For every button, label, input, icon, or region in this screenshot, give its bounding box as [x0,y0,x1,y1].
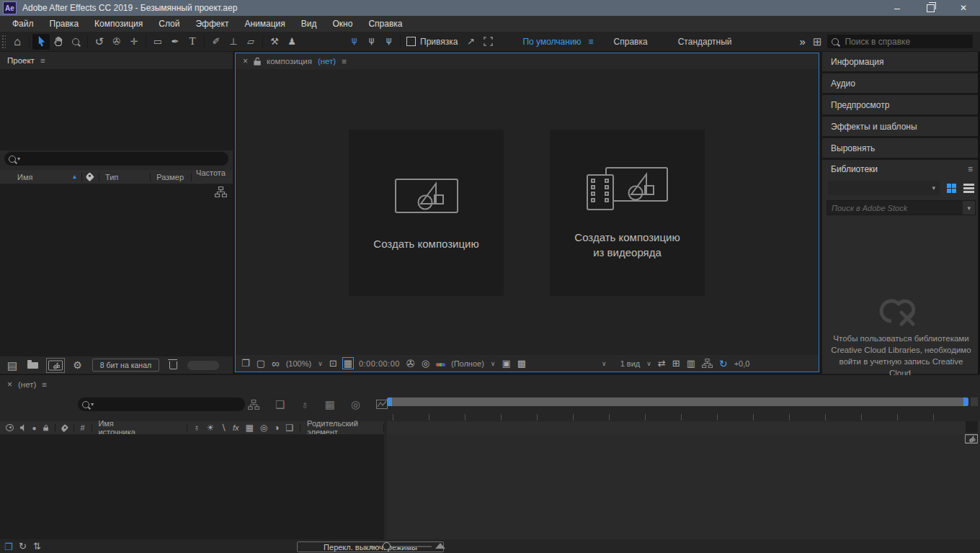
restore-button[interactable] [914,0,947,16]
render-time-icon[interactable]: ↻ [19,541,27,551]
toolbar-grip[interactable] [1,35,6,49]
project-flowchart-icon[interactable] [215,186,227,197]
menu-layer[interactable]: Слой [151,19,187,29]
track-area[interactable] [387,434,980,539]
camera-tool[interactable]: ✇ [108,34,125,50]
expand-layer-switches-icon[interactable]: ❐ [4,541,13,552]
help-search-input[interactable] [843,36,954,48]
project-items-area[interactable] [0,184,233,356]
workspace-standard-tab[interactable]: Стандартный [678,37,732,47]
menu-effect[interactable]: Эффект [187,19,236,29]
magnification-value[interactable]: (100%) [286,359,311,368]
track-scroll-thumb[interactable] [966,421,978,433]
hide-shy-layers-icon[interactable]: ♁ [300,399,308,410]
libraries-panel-menu-icon[interactable]: ≡ [968,164,973,174]
roto-brush-tool[interactable]: ⚒ [266,34,283,50]
project-settings-icon[interactable]: ⚙ [73,360,82,370]
composition-tab-close-icon[interactable]: × [243,56,248,66]
grid-options-icon[interactable]: ▦ [344,359,352,368]
home-tool[interactable]: ⌂ [9,34,26,50]
solo-icon[interactable]: ● [32,424,37,432]
workspace-default-tab[interactable]: По умолчанию [522,37,581,47]
zoom-handle-right[interactable] [963,397,968,406]
bit-depth-button[interactable]: 8 бит на канал [92,359,159,372]
new-composition-icon[interactable] [48,360,63,371]
pen-tool[interactable]: ✒ [166,34,184,50]
timeline-zoom-scrollbar[interactable] [387,397,968,406]
eraser-tool[interactable]: ▱ [242,34,259,50]
resolution-value[interactable]: (Полное) [451,359,484,368]
unlock-icon[interactable] [254,57,261,66]
layer-number-column[interactable]: # [81,423,85,432]
exposure-histogram-icon[interactable]: ▥ [687,359,695,368]
snapshot-camera-icon[interactable]: ✇ [406,359,415,369]
resolution-caret[interactable]: ∨ [491,360,496,367]
menu-help[interactable]: Справка [360,19,410,29]
stock-search-caret[interactable]: ▾ [963,201,975,215]
workspace-settings-icon[interactable]: ⊞ [813,36,822,47]
menu-view[interactable]: Вид [293,19,325,29]
primary-monitor-icon[interactable]: ▢ [257,359,265,368]
audio-panel-header[interactable]: Аудио [822,73,980,93]
show-channels-icon[interactable] [436,359,445,368]
list-view-icon[interactable] [963,184,974,193]
align-panel-header[interactable]: Выровнять [822,138,980,158]
shared-view-icon[interactable]: ⇄ [658,359,666,368]
workspace-menu-icon[interactable]: ≡ [589,37,594,47]
workspace-help-tab[interactable]: Справка [614,37,648,47]
magnification-caret[interactable]: ∨ [318,360,323,367]
snap-checkbox[interactable] [406,37,416,46]
hand-tool[interactable] [50,34,67,50]
world-axis-mode[interactable]: ⋔ [362,34,380,50]
comp-mini-flowchart-icon[interactable] [248,400,259,410]
quality-switch-icon[interactable]: ∖ [220,423,226,432]
interpret-footage-icon[interactable]: ▤ [7,360,17,371]
lock-icon[interactable] [43,423,49,432]
transparency-grid-icon[interactable]: ▩ [517,359,526,368]
puppet-pin-tool[interactable]: ♟ [283,34,300,50]
roi-icon[interactable]: ⊡ [329,359,337,368]
collapse-switch-icon[interactable]: ☀ [207,423,215,432]
comp-button-icon[interactable] [965,434,978,444]
zoom-handle-left[interactable] [387,397,392,406]
clone-stamp-tool[interactable]: ⊥ [225,34,242,50]
minimize-button[interactable]: – [881,0,914,16]
audio-icon[interactable] [20,424,26,431]
timeline-zoom-knob[interactable] [383,542,391,550]
comp-timecode[interactable]: 0:00:00:00 [359,359,400,368]
view-count-value[interactable]: 1 вид [620,359,641,368]
text-tool[interactable]: T [184,34,201,50]
label-column-icon[interactable] [85,172,94,181]
inout-columns-icon[interactable]: ⇅ [33,541,41,551]
local-axis-mode[interactable]: ⋔ [345,34,362,50]
zoom-out-mountain-icon[interactable] [369,546,376,549]
composition-panel-menu-icon[interactable]: ≡ [342,57,347,66]
reset-exposure-icon[interactable]: ↻ [719,359,728,369]
motion-blur-icon[interactable]: ◎ [351,399,360,410]
frame-blending-icon[interactable]: ▦ [325,399,335,410]
timeline-scroll-corner[interactable] [971,397,978,406]
brush-tool[interactable]: ✐ [208,34,225,50]
project-search[interactable]: ▾ [4,152,228,166]
menu-window[interactable]: Окно [324,19,360,29]
zoom-tool[interactable] [67,34,84,50]
column-rate[interactable]: Частота ... [196,168,233,186]
menu-edit[interactable]: Правка [42,19,87,29]
column-type[interactable]: Тип [105,173,118,181]
project-search-caret[interactable]: ▾ [17,156,20,162]
snap-options[interactable]: ↗ [462,34,479,50]
shy-switch-icon[interactable]: ♁ [194,423,200,432]
graph-editor-icon[interactable] [376,400,388,409]
rotate-tool[interactable]: ↺ [91,34,108,50]
view-layout-caret[interactable]: ∨ [602,360,607,367]
layer-list-area[interactable] [0,434,384,539]
timeline-panel-menu-icon[interactable]: ≡ [42,380,47,389]
stereo-3d-glasses-icon[interactable]: ∞ [272,358,280,369]
menu-composition[interactable]: Композиция [86,19,151,29]
exposure-value[interactable]: +0,0 [734,359,750,368]
timeline-tab-close-icon[interactable]: × [7,379,12,390]
pixel-aspect-icon[interactable]: ⊞ [672,359,680,368]
menu-file[interactable]: Файл [4,19,42,29]
label-column-icon[interactable] [61,423,68,431]
view-axis-mode[interactable]: ⋔ [380,34,397,50]
